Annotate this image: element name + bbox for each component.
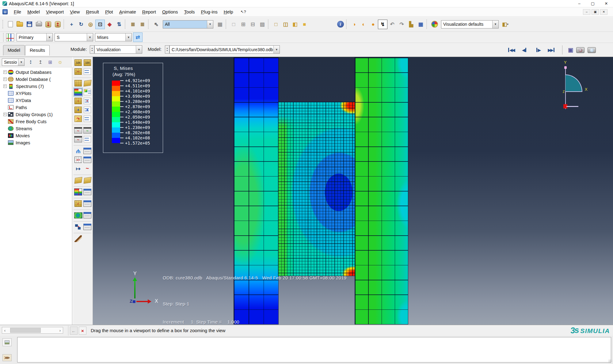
ladder-tool-b-button[interactable]: ≣ bbox=[138, 20, 147, 29]
hiddenline-render-button[interactable]: ◫ bbox=[281, 20, 290, 29]
contour-options-button[interactable] bbox=[83, 88, 92, 97]
maximize-button[interactable]: ▢ bbox=[586, 0, 600, 7]
stream-plot-button[interactable] bbox=[74, 211, 83, 220]
sync-field-output-button[interactable]: ⇄ bbox=[133, 32, 143, 42]
model-combo[interactable]: C:/Users/fan/Downloads/SIMULIA/Temp/cure… bbox=[169, 45, 280, 54]
plot-state-numbers-button[interactable]: 123 bbox=[74, 58, 83, 67]
symbol-manager-button[interactable] bbox=[83, 146, 92, 155]
print-button[interactable] bbox=[34, 20, 44, 29]
animate-harmonic-button[interactable]: ~ bbox=[74, 135, 83, 144]
field-output-variable-combo[interactable]: S▼ bbox=[55, 33, 93, 41]
animate-scale-factor-button[interactable]: ~ bbox=[83, 126, 92, 135]
field-output-position-combo[interactable]: Primary▼ bbox=[17, 33, 53, 41]
fast-plot-button[interactable]: ↯ bbox=[378, 20, 387, 29]
contour-ellipse-b-button[interactable]: ◐ bbox=[359, 20, 368, 29]
model-spinner[interactable]: ▲▼ bbox=[165, 45, 169, 54]
rotate-view-button[interactable]: ↻ bbox=[76, 20, 86, 29]
overlay-options-button[interactable] bbox=[83, 114, 92, 123]
Tools[interactable]: Tools bbox=[181, 8, 198, 16]
probe-values-button[interactable] bbox=[74, 234, 83, 243]
replace-selected-button[interactable]: □ bbox=[229, 20, 238, 29]
cancel-procedure-button[interactable]: × bbox=[79, 327, 86, 335]
Plot[interactable]: Plot bbox=[102, 8, 116, 16]
message-field[interactable] bbox=[17, 337, 611, 362]
File[interactable]: File bbox=[11, 8, 24, 16]
stack-numbers-button[interactable]: 123 bbox=[83, 58, 92, 67]
element-faces-button[interactable]: >< bbox=[74, 67, 83, 76]
add-selected-button[interactable]: ⊞ bbox=[238, 20, 248, 29]
options-table-button[interactable]: ▦ bbox=[416, 20, 425, 29]
previous-prompt-button[interactable]: ← bbox=[70, 327, 78, 335]
material-orientation-options-button[interactable]: ⋔ bbox=[83, 105, 92, 114]
save-odb-button[interactable]: ↧ bbox=[44, 20, 53, 29]
plot-state-manager-button[interactable] bbox=[83, 222, 92, 231]
block-mesh-button[interactable] bbox=[74, 79, 83, 88]
tree-item-free-body-cuts[interactable]: Free Body Cuts bbox=[0, 118, 72, 125]
remove-selected-button[interactable]: ⊟ bbox=[248, 20, 257, 29]
symbol-x-button[interactable]: × bbox=[74, 97, 83, 105]
Options[interactable]: Options bbox=[159, 8, 181, 16]
field-output-invariant-combo[interactable]: Mises▼ bbox=[95, 33, 132, 41]
save-session-button[interactable] bbox=[25, 20, 34, 29]
View[interactable]: View bbox=[67, 8, 83, 16]
view-cut-contour-button[interactable] bbox=[74, 188, 83, 196]
tab-model[interactable]: Model bbox=[3, 45, 25, 55]
tree-item-display-groups[interactable]: + Display Groups (1) bbox=[0, 111, 72, 118]
tab-results[interactable]: Results bbox=[25, 45, 50, 55]
undo-button[interactable]: ↶ bbox=[387, 20, 397, 29]
animate-time-history-button[interactable]: ~ bbox=[74, 126, 83, 135]
viewport-canvas[interactable]: S, Mises (Avg: 75%) +4.921e+09+4.511e+09… bbox=[93, 57, 613, 325]
message-area-tab-button[interactable] bbox=[2, 338, 12, 346]
Help[interactable]: Help bbox=[221, 8, 236, 16]
Viewport[interactable]: Viewport bbox=[43, 8, 67, 16]
first-frame-button[interactable]: ◀◀ bbox=[506, 46, 516, 54]
tree-spinner[interactable]: ▲▼ bbox=[27, 59, 34, 66]
tree-item-xydata[interactable]: XYData bbox=[0, 97, 72, 104]
tree-item-images[interactable]: Images bbox=[0, 139, 72, 146]
new-file-button[interactable] bbox=[6, 20, 15, 29]
tree-item-xyplots[interactable]: XYPlots bbox=[0, 90, 72, 97]
tile-viewports-button[interactable]: ▣ bbox=[568, 47, 573, 53]
fit-view-button[interactable]: ◈ bbox=[105, 20, 114, 29]
open-file-button[interactable] bbox=[15, 20, 25, 29]
resize-grip[interactable] bbox=[608, 359, 612, 363]
command-line-tab-button[interactable]: ⋙ bbox=[2, 354, 12, 361]
contour-ellipse-a-button[interactable]: ◑ bbox=[349, 20, 359, 29]
tree-item-output-databases[interactable]: + Output Databases bbox=[0, 69, 72, 76]
movie-camera-button[interactable] bbox=[576, 47, 584, 53]
tree-expand-box[interactable]: + bbox=[3, 70, 7, 74]
tree-item-movies[interactable]: Movies bbox=[0, 132, 72, 139]
color-code-combo[interactable]: Visualization defaults▼ bbox=[441, 20, 499, 28]
tree-item-streams[interactable]: Streams bbox=[0, 125, 72, 132]
contour-plot-button[interactable] bbox=[74, 88, 83, 97]
free-body-manager-button[interactable] bbox=[83, 199, 92, 208]
animation-options-button[interactable] bbox=[83, 135, 92, 144]
tree-scope-combo[interactable]: Sessio▼ bbox=[2, 59, 25, 66]
mdi-close-button[interactable]: ✕ bbox=[600, 9, 607, 15]
tree-item-spectrums[interactable]: + Spectrums (7) bbox=[0, 83, 72, 90]
folder-up-icon[interactable]: ↥ bbox=[37, 59, 44, 66]
view-cut-manager-button[interactable] bbox=[83, 188, 92, 196]
Animate[interactable]: Animate bbox=[116, 8, 139, 16]
snapshot-camera-button[interactable] bbox=[588, 47, 596, 53]
query-info-button[interactable]: i bbox=[336, 20, 345, 29]
scroll-left-icon[interactable]: ‹ bbox=[2, 327, 8, 333]
previous-frame-button[interactable]: ◀ bbox=[519, 46, 530, 54]
minimize-button[interactable]: – bbox=[573, 0, 586, 7]
contour-solid-button[interactable]: ● bbox=[368, 20, 378, 29]
scroll-right-icon[interactable]: › bbox=[57, 327, 63, 333]
scrollbar-thumb[interactable] bbox=[10, 328, 41, 333]
xy-manager-button[interactable] bbox=[83, 155, 92, 164]
color-code-palette-button[interactable] bbox=[430, 20, 439, 29]
symbol-x-options-button[interactable]: × bbox=[83, 97, 92, 105]
tree-horizontal-scrollbar[interactable]: ‹ › bbox=[2, 327, 63, 334]
overlay-plot-button[interactable]: ↷ bbox=[74, 114, 83, 123]
multiple-plot-states-button[interactable]: ↷ bbox=[74, 222, 83, 231]
Plug-ins[interactable]: Plug-ins bbox=[198, 8, 221, 16]
box-zoom-button[interactable]: ⊡ bbox=[95, 20, 105, 29]
next-frame-button[interactable]: ▶ bbox=[533, 46, 543, 54]
curve-button[interactable]: ~ bbox=[83, 164, 92, 173]
app-window-icon[interactable]: ▤ bbox=[2, 9, 8, 14]
pick-cursor-button[interactable]: ⇖ bbox=[151, 20, 161, 29]
close-button[interactable]: ✕ bbox=[600, 0, 613, 7]
